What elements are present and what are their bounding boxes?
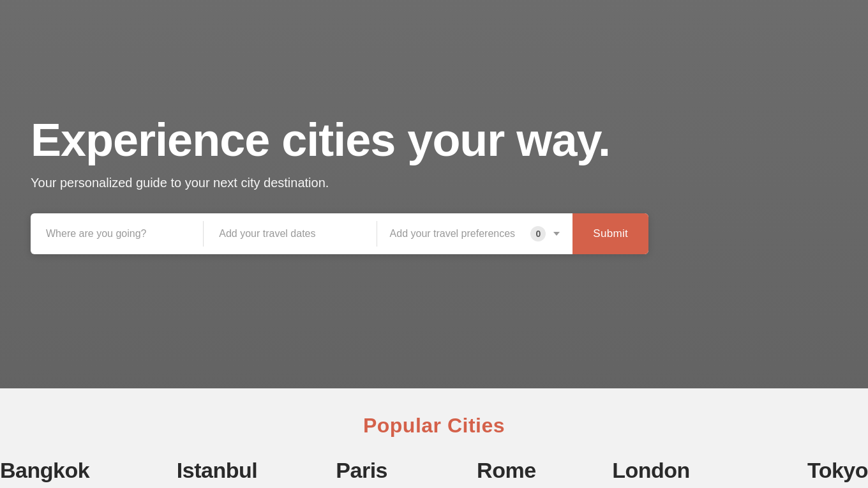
city-item-bangkok[interactable]: Bangkok bbox=[0, 458, 145, 483]
city-item-london[interactable]: London bbox=[579, 458, 724, 483]
hero-subtitle: Your personalized guide to your next cit… bbox=[31, 176, 837, 190]
hero-section: Experience cities your way. Your persona… bbox=[0, 0, 868, 388]
chevron-down-icon bbox=[553, 232, 560, 236]
city-item-paris[interactable]: Paris bbox=[289, 458, 434, 483]
popular-cities-section: Popular Cities BangkokIstanbulParisRomeL… bbox=[0, 388, 868, 488]
hero-title: Experience cities your way. bbox=[31, 115, 837, 165]
destination-input[interactable] bbox=[31, 213, 203, 254]
preferences-count: 0 bbox=[530, 226, 546, 241]
city-item-rome[interactable]: Rome bbox=[434, 458, 579, 483]
cities-row: BangkokIstanbulParisRomeLondonTokyo bbox=[0, 458, 868, 483]
dates-input[interactable] bbox=[204, 213, 376, 254]
popular-cities-title: Popular Cities bbox=[0, 414, 868, 438]
preferences-label: Add your travel preferences bbox=[390, 228, 531, 240]
search-bar: Add your travel preferences 0 Submit bbox=[31, 213, 648, 254]
city-item-istanbul[interactable]: Istanbul bbox=[145, 458, 290, 483]
submit-button[interactable]: Submit bbox=[572, 213, 648, 254]
preferences-dropdown[interactable]: Add your travel preferences 0 bbox=[377, 213, 573, 254]
city-item-tokyo[interactable]: Tokyo bbox=[723, 458, 868, 483]
